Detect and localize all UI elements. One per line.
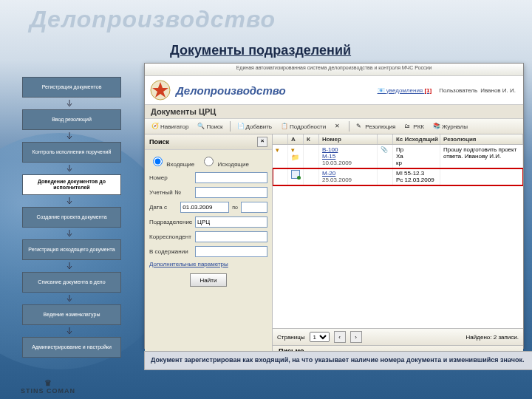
resolution-icon: ✎ (356, 123, 364, 130)
attachment-icon: 📎 (381, 146, 388, 153)
doc-number-link[interactable]: М-15 (322, 153, 335, 160)
number-input[interactable] (195, 172, 267, 183)
toolbar: 🧭Навигатор 🔍Поиск 📄Добавить 📋Подробности… (145, 119, 523, 134)
system-banner: Единая автоматизированная система делопр… (145, 64, 523, 76)
found-label: Найдено: 2 записи. (466, 334, 519, 341)
page-prev-button[interactable]: ‹ (334, 331, 346, 343)
folder-icon: ▾ 📁 (291, 146, 299, 161)
add-button[interactable]: 📄Добавить (235, 122, 274, 131)
page-subheader: Документы ЦРЦ (145, 105, 523, 119)
doc-date: 25.03.2009 (322, 177, 352, 183)
doc-number-link[interactable]: В-100 (322, 146, 338, 153)
search-body: Входящие Исходящие Номер Учетный № Дата … (145, 150, 272, 291)
radio-outgoing[interactable]: Исходящие (200, 154, 249, 168)
pager-label: Страницы (277, 334, 305, 341)
nav-step-6[interactable]: Списание документа в дело (22, 272, 121, 293)
app-header: Делопроизводство 📧 уведомления [1] Польз… (145, 76, 523, 105)
dept-input[interactable] (195, 216, 267, 228)
search-title-text: Поиск (149, 138, 169, 146)
toolbar-separator (230, 121, 231, 132)
date-to-input[interactable] (241, 202, 267, 213)
col-outgoing[interactable]: Кс Исходящий (393, 134, 440, 144)
uchet-input[interactable] (195, 187, 267, 198)
search-panel: Поиск × Входящие Исходящие Номер Учетный… (145, 134, 273, 362)
rkk-button[interactable]: 🗂РКК (402, 122, 426, 131)
workarea: Поиск × Входящие Исходящие Номер Учетный… (145, 134, 523, 362)
col-icon (378, 134, 393, 144)
doc-registered-icon (291, 170, 300, 179)
extra-params-link[interactable]: Дополнительные параметры (149, 261, 267, 267)
out-cell: Рс 12.03.2009 (396, 177, 434, 183)
add-icon: 📄 (237, 123, 245, 130)
delete-icon: ✕ (335, 123, 342, 130)
footer-text: STINS COMAN (21, 387, 75, 395)
out-cell: кр (396, 160, 402, 166)
nav-arrow-icon (22, 262, 117, 270)
out-cell: Ха (396, 153, 403, 160)
resolution-button[interactable]: ✎Резолюция (354, 122, 398, 131)
col-number[interactable]: Номер (319, 134, 378, 144)
table-row[interactable]: М-2025.03.2009М! 55-12.3Рс 12.03.2009 (273, 168, 523, 185)
nav-step-3[interactable]: Доведение документов до исполнителей (22, 174, 121, 195)
search-button[interactable]: 🔍Поиск (195, 122, 225, 131)
app-title: Делопроизводство (176, 84, 378, 97)
toolbar-separator (349, 121, 349, 132)
resolution-cell: Прошу подготовить проект ответа. Иванову… (443, 146, 516, 160)
slide-subtitle: Документы подразделений (170, 43, 351, 58)
nav-step-5[interactable]: Регистрация исходящего документа (22, 239, 121, 260)
nav-arrow-icon (22, 230, 117, 237)
app-screenshot: Единая автоматизированная система делопр… (144, 63, 524, 349)
notifications-link[interactable]: 📧 уведомления [1] (378, 87, 432, 94)
label-uchet: Учетный № (149, 189, 192, 196)
delete-button[interactable]: ✕ (332, 122, 344, 131)
watermark-title: Делопроизводство (30, 6, 276, 33)
navigator-button[interactable]: 🧭Навигатор (149, 122, 191, 131)
corr-input[interactable] (195, 231, 267, 242)
date-from-input[interactable] (180, 202, 229, 213)
notif-label: уведомления (386, 87, 423, 94)
doc-date: 10.03.2009 (322, 160, 352, 166)
label-content: В содержании (149, 248, 192, 255)
label-date-to: по (232, 205, 238, 210)
navigator-icon: 🧭 (151, 123, 159, 130)
page-select[interactable]: 1 (310, 332, 330, 342)
workflow-nav: Регистрация документовВвод резолюцийКонт… (22, 77, 118, 360)
doc-number-link[interactable]: М-20 (322, 170, 335, 177)
pager: Страницы 1 ‹ › Найдено: 2 записи. (273, 328, 523, 345)
details-button[interactable]: 📋Подробности (279, 122, 328, 131)
nav-arrow-icon (22, 100, 117, 107)
direction-radio-group: Входящие Исходящие (149, 154, 267, 168)
crown-icon: ♛ (21, 379, 75, 387)
search-panel-title: Поиск × (145, 134, 272, 150)
close-icon[interactable]: × (257, 137, 267, 147)
journals-icon: 📚 (433, 123, 440, 130)
nav-arrow-icon (22, 327, 117, 335)
nav-arrow-icon (22, 295, 117, 302)
table-row[interactable]: ▾▾ 📁В-100М-1510.03.2009📎ПрХакрПрошу подг… (273, 145, 523, 168)
col-a[interactable]: А (288, 134, 304, 144)
label-corr: Корреспондент (149, 233, 192, 240)
page-next-button[interactable]: › (350, 331, 362, 343)
nav-step-4[interactable]: Создание проекта документа (22, 207, 121, 228)
label-dept: Подразделение (149, 219, 192, 225)
rkk-icon: 🗂 (404, 123, 412, 130)
col-resolution[interactable]: Резолюция (440, 134, 523, 144)
nav-step-8[interactable]: Администрирование и настройки (22, 337, 121, 358)
nav-step-0[interactable]: Регистрация документов (22, 77, 121, 98)
nav-step-2[interactable]: Контроль исполнения поручений (22, 142, 121, 163)
mchs-logo-icon (149, 79, 171, 101)
journals-button[interactable]: 📚Журналы (431, 122, 470, 131)
nav-step-7[interactable]: Ведение номенклатуры (22, 304, 121, 325)
footer-logo: ♛ STINS COMAN (21, 379, 75, 395)
content-input[interactable] (195, 246, 267, 257)
user-label: Пользователь (439, 87, 477, 94)
radio-incoming[interactable]: Входящие (149, 154, 194, 168)
find-button[interactable]: Найти (190, 273, 227, 287)
details-icon: 📋 (281, 123, 288, 130)
slide-root: Делопроизводство Документы подразделений… (0, 0, 532, 399)
col-k[interactable]: К (304, 134, 319, 144)
notif-count: [1] (424, 87, 432, 94)
nav-step-1[interactable]: Ввод резолюций (22, 109, 121, 130)
out-cell: М! 55-12.3 (396, 170, 424, 177)
tree-toggle-icon[interactable]: ▾ (276, 146, 279, 154)
